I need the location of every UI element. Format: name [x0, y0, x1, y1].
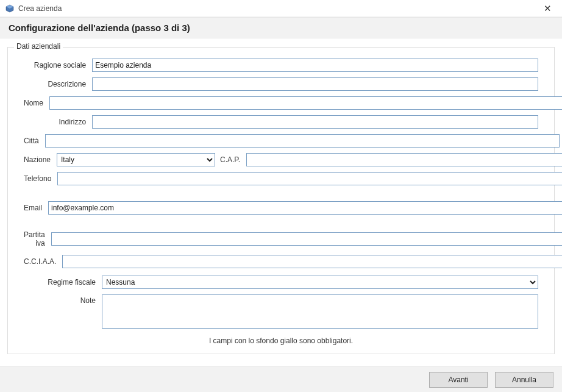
- email-field[interactable]: [48, 201, 562, 215]
- label-regime-fiscale: Regime fiscale: [24, 278, 97, 287]
- nome-field[interactable]: [49, 96, 562, 110]
- label-nome: Nome: [24, 99, 44, 107]
- company-data-group: Dati aziendali Ragione sociale Descrizio…: [7, 47, 555, 354]
- next-button[interactable]: Avanti: [429, 372, 488, 388]
- label-descrizione: Descrizione: [24, 80, 87, 88]
- label-citta: Città: [24, 137, 40, 145]
- ragione-sociale-field[interactable]: [92, 59, 538, 72]
- label-cap: C.A.P.: [220, 155, 241, 164]
- partita-iva-field[interactable]: [51, 232, 562, 246]
- label-note: Note: [24, 294, 97, 305]
- wizard-footer: Avanti Annulla: [0, 366, 562, 392]
- titlebar: Crea azienda ✕: [0, 0, 562, 17]
- indirizzo-field[interactable]: [92, 115, 538, 129]
- cap-field[interactable]: [246, 153, 562, 166]
- nazione-select[interactable]: Italy: [57, 153, 215, 166]
- label-email: Email: [24, 204, 43, 212]
- group-legend: Dati aziendali: [14, 42, 63, 51]
- required-hint: I campi con lo sfondo giallo sono obblig…: [24, 334, 538, 345]
- app-icon: [5, 4, 15, 13]
- label-indirizzo: Indirizzo: [24, 118, 87, 126]
- window-title: Crea azienda: [18, 4, 62, 13]
- label-ragione-sociale: Ragione sociale: [24, 61, 87, 69]
- label-telefono: Telefono: [24, 174, 52, 183]
- wizard-header: Configurazione dell'azienda (passo 3 di …: [0, 17, 562, 38]
- cciaa-field[interactable]: [62, 255, 562, 268]
- label-cciaa: C.C.I.A.A.: [24, 257, 57, 266]
- page-title: Configurazione dell'azienda (passo 3 di …: [9, 23, 553, 33]
- close-icon[interactable]: ✕: [538, 0, 557, 16]
- telefono-field[interactable]: [57, 172, 562, 185]
- label-partita-iva: Partita iva: [24, 230, 46, 248]
- descrizione-field[interactable]: [92, 77, 538, 91]
- regime-fiscale-select[interactable]: Nessuna: [102, 276, 538, 289]
- citta-field[interactable]: [45, 134, 560, 148]
- cancel-button[interactable]: Annulla: [495, 372, 553, 388]
- note-field[interactable]: [102, 294, 538, 329]
- label-nazione: Nazione: [24, 155, 52, 164]
